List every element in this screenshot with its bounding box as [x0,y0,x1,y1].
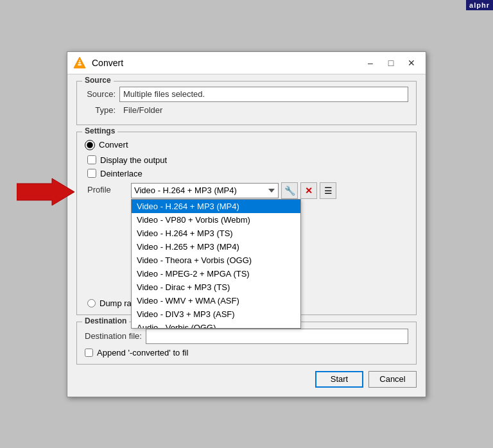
dropdown-item[interactable]: Audio - Vorbis (OGG) [132,321,300,328]
watermark: alphr [466,0,493,10]
profile-row: Profile Video - H.264 + MP3 (MP4)Video -… [87,182,408,199]
source-label: Source: [85,89,116,99]
delete-profile-button[interactable]: ✕ [300,182,317,199]
type-value: File/Folder [123,105,162,115]
settings-section: Settings Convert Display the output Dein… [76,132,417,315]
window-body: Source Source: Type: File/Folder Setting… [67,74,426,397]
titlebar: Convert – □ ✕ [67,52,426,74]
svg-marker-4 [17,178,74,205]
svg-rect-2 [78,62,81,64]
dropdown-item[interactable]: Video - H.265 + MP3 (MP4) [132,240,300,254]
source-section: Source Source: Type: File/Folder [76,81,417,125]
maximize-button[interactable]: □ [382,56,400,70]
dropdown-item[interactable]: Video - H.264 + MP3 (MP4) [132,200,300,213]
convert-dialog: Convert – □ ✕ Source Source: Type: File/… [67,51,426,397]
vlc-icon [73,56,87,70]
source-section-label: Source [82,76,114,85]
deinterlace-checkbox[interactable] [87,169,96,178]
red-arrow-icon [17,176,74,208]
dropdown-item[interactable]: Video - WMV + WMA (ASF) [132,294,300,307]
source-input[interactable] [119,87,408,102]
profile-dropdown[interactable]: Video - H.264 + MP3 (MP4)Video - VP80 + … [131,183,279,198]
append-label: Append '-converted' to fil [97,348,188,358]
display-output-checkbox[interactable] [87,155,96,164]
profile-select-row: Video - H.264 + MP3 (MP4)Video - VP80 + … [131,182,336,199]
type-label: Type: [85,105,116,115]
dropdown-item[interactable]: Video - H.264 + MP3 (TS) [132,227,300,240]
svg-rect-3 [79,60,80,62]
dropdown-item[interactable]: Video - VP80 + Vorbis (Webm) [132,213,300,227]
deinterlace-row: Deinterlace [87,169,408,178]
button-row: Start Cancel [76,371,417,388]
svg-rect-1 [78,64,82,65]
source-row: Source: [85,87,408,102]
arrow-wrapper [17,176,74,210]
settings-section-label: Settings [82,126,117,135]
dropdown-item[interactable]: Video - Dirac + MP3 (TS) [132,280,300,294]
convert-radio-row: Convert [85,140,408,150]
convert-radio[interactable] [85,140,95,150]
list-button[interactable]: ☰ [320,182,336,199]
display-output-label: Display the output [100,155,167,165]
dest-file-row: Destination file: [85,329,408,344]
delete-icon: ✕ [305,185,313,196]
close-button[interactable]: ✕ [402,56,420,70]
append-checkbox[interactable] [85,349,93,357]
list-icon: ☰ [324,185,333,196]
dropdown-list-inner[interactable]: Video - H.264 + MP3 (MP4)Video - VP80 + … [132,200,300,328]
minimize-button[interactable]: – [361,56,379,70]
dropdown-item[interactable]: Video - MPEG-2 + MPGA (TS) [132,267,300,280]
cancel-button[interactable]: Cancel [368,371,417,388]
profile-label: Profile [87,182,126,194]
start-button[interactable]: Start [315,371,363,388]
profile-dropdown-list: Video - H.264 + MP3 (MP4)Video - VP80 + … [131,199,301,329]
titlebar-controls: – □ ✕ [361,56,420,70]
type-row: Type: File/Folder [85,105,408,115]
display-output-row: Display the output [87,155,408,165]
dropdown-item[interactable]: Video - DIV3 + MP3 (ASF) [132,307,300,321]
wrench-icon: 🔧 [284,185,295,196]
wrench-button[interactable]: 🔧 [281,182,298,199]
titlebar-title: Convert [92,58,356,68]
dest-file-input[interactable] [146,329,408,344]
convert-radio-label: Convert [99,140,128,150]
destination-section-label: Destination [82,316,129,325]
dump-raw-radio[interactable] [87,299,96,307]
deinterlace-label: Deinterlace [100,169,143,178]
profile-controls: Video - H.264 + MP3 (MP4)Video - VP80 + … [131,182,336,199]
append-row: Append '-converted' to fil [85,348,408,358]
dest-file-label: Destination file: [85,331,142,341]
dropdown-item[interactable]: Video - Theora + Vorbis (OGG) [132,254,300,267]
